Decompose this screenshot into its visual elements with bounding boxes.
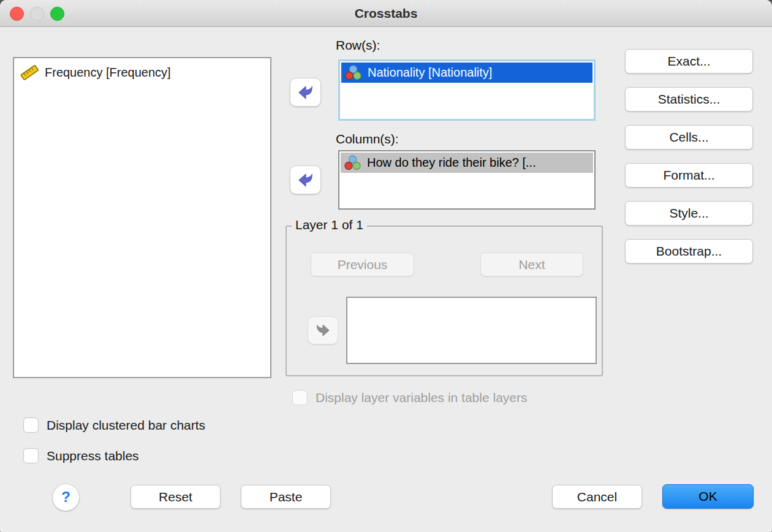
previous-layer-button[interactable]: Previous bbox=[311, 253, 414, 276]
list-item-selected[interactable]: Nationality [Nationality] bbox=[341, 63, 592, 83]
title-bar: Crosstabs bbox=[0, 0, 772, 27]
display-clustered-bar-charts-checkbox[interactable] bbox=[23, 417, 39, 433]
layer-group-title: Layer 1 of 1 bbox=[292, 218, 367, 232]
source-variable-list[interactable]: Frequency [Frequency] bbox=[13, 57, 271, 378]
move-to-columns-button[interactable] bbox=[290, 165, 321, 194]
scale-variable-icon bbox=[20, 64, 39, 80]
layer-group: Layer 1 of 1 Previous Next bbox=[286, 226, 603, 376]
rows-label: Row(s): bbox=[336, 38, 380, 53]
nominal-variable-icon bbox=[344, 155, 361, 170]
ok-button[interactable]: OK bbox=[662, 484, 754, 509]
move-to-rows-button[interactable] bbox=[290, 78, 321, 107]
rows-list[interactable]: Nationality [Nationality] bbox=[338, 59, 596, 121]
checkbox-label: Display clustered bar charts bbox=[47, 418, 205, 433]
cancel-button[interactable]: Cancel bbox=[552, 485, 642, 509]
arrow-left-icon bbox=[297, 172, 314, 189]
arrow-right-icon bbox=[315, 322, 331, 338]
display-clustered-bar-charts-option: Display clustered bar charts bbox=[23, 417, 205, 433]
help-button[interactable]: ? bbox=[52, 484, 80, 511]
display-layer-variables-option: Display layer variables in table layers bbox=[292, 390, 528, 405]
crosstabs-dialog: Crosstabs Frequency [Frequency] bbox=[0, 0, 772, 532]
zoom-window-button[interactable] bbox=[50, 7, 64, 21]
variable-label: Nationality [Nationality] bbox=[368, 66, 492, 80]
close-window-button[interactable] bbox=[10, 7, 24, 21]
reset-button[interactable]: Reset bbox=[131, 485, 221, 509]
display-layer-variables-checkbox[interactable] bbox=[292, 390, 308, 405]
suppress-tables-checkbox[interactable] bbox=[23, 448, 39, 463]
layer-variable-list[interactable] bbox=[346, 297, 597, 364]
bootstrap-button[interactable]: Bootstrap... bbox=[625, 239, 753, 264]
columns-label: Column(s): bbox=[336, 132, 399, 146]
style-button[interactable]: Style... bbox=[625, 201, 753, 226]
minimize-window-button[interactable] bbox=[30, 7, 44, 21]
nominal-variable-icon bbox=[345, 65, 361, 80]
exact-button[interactable]: Exact... bbox=[625, 49, 753, 74]
list-item-selected[interactable]: How do they ride their bike? [... bbox=[341, 153, 593, 173]
cells-button[interactable]: Cells... bbox=[625, 125, 753, 150]
variable-label: Frequency [Frequency] bbox=[45, 66, 171, 80]
format-button[interactable]: Format... bbox=[625, 163, 753, 188]
variable-label: How do they ride their bike? [... bbox=[367, 156, 536, 170]
move-to-layer-button[interactable] bbox=[308, 316, 338, 344]
statistics-button[interactable]: Statistics... bbox=[625, 87, 753, 112]
checkbox-label: Display layer variables in table layers bbox=[316, 390, 528, 405]
checkbox-label: Suppress tables bbox=[47, 449, 139, 463]
list-item[interactable]: Frequency [Frequency] bbox=[17, 62, 268, 83]
arrow-left-icon bbox=[297, 84, 314, 101]
next-layer-button[interactable]: Next bbox=[480, 253, 583, 276]
window-title: Crosstabs bbox=[0, 0, 772, 26]
columns-list[interactable]: How do they ride their bike? [... bbox=[338, 150, 596, 210]
suppress-tables-option: Suppress tables bbox=[23, 448, 139, 463]
paste-button[interactable]: Paste bbox=[241, 485, 331, 509]
